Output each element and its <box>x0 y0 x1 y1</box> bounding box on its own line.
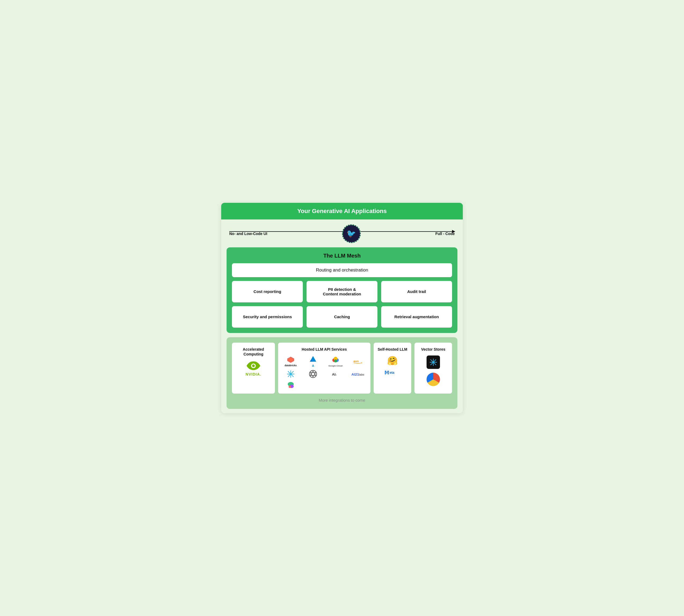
snowflake-vector-icon <box>427 355 440 369</box>
cost-reporting-cell: Cost reporting <box>232 281 303 302</box>
security-permissions-label: Security and permissions <box>243 314 292 319</box>
accelerated-computing-card: Accelerated Computing NVIDIA. <box>232 343 275 394</box>
nvidia-eye-icon <box>245 360 261 371</box>
snowflake-logo <box>281 370 301 378</box>
llm-mesh-title: The LLM Mesh <box>232 253 452 259</box>
pii-detection-cell: PII detection &Content moderation <box>306 281 378 302</box>
pii-detection-label: PII detection &Content moderation <box>323 287 361 296</box>
vector-stores-title: Vector Stores <box>417 347 449 352</box>
hosted-llm-title: Hosted LLM API Services <box>281 347 368 352</box>
hosted-llm-card: Hosted LLM API Services databricks <box>278 343 370 394</box>
vector-store-logos <box>417 355 449 386</box>
snowflake-icon <box>287 370 295 378</box>
self-hosted-llm-title: Self-Hosted LLM <box>376 347 409 352</box>
spectrum-left-label: No- and Low-Code UI <box>229 232 268 236</box>
bird-icon: 🐦 <box>346 229 356 238</box>
more-integrations-text: More integrations to come <box>232 398 452 403</box>
audit-trail-label: Audit trail <box>407 289 426 294</box>
app-title: Your Generative AI Applications <box>297 208 387 214</box>
features-grid: Cost reporting PII detection &Content mo… <box>232 281 452 328</box>
routing-label: Routing and orchestration <box>316 267 368 272</box>
svg-point-30 <box>432 361 434 363</box>
nvidia-logo: NVIDIA. <box>235 360 272 376</box>
aws-logo: aws <box>348 355 368 367</box>
svg-text:eta: eta <box>390 371 394 375</box>
svg-point-15 <box>290 373 292 375</box>
integrations-section: Accelerated Computing NVIDIA. Hosted LLM… <box>227 337 457 409</box>
snowflake-vector-svg <box>429 358 437 366</box>
spectrum-row: No- and Low-Code UI 🐦 Full - Code <box>221 219 463 243</box>
cohere-icon <box>286 381 295 389</box>
databricks-logo: databricks <box>281 355 301 367</box>
cost-reporting-label: Cost reporting <box>253 289 281 294</box>
svg-text:aws: aws <box>353 359 359 363</box>
security-permissions-cell: Security and permissions <box>232 306 303 328</box>
self-hosted-llm-card: Self-Hosted LLM 🤗 𝕄 eta <box>374 343 411 394</box>
svg-text:labs: labs <box>359 373 364 376</box>
cohere-logo <box>281 381 301 389</box>
accelerated-computing-title: Accelerated Computing <box>235 347 272 356</box>
routing-orchestration-card: Routing and orchestration <box>232 263 452 277</box>
google-cloud-logo: Google Cloud <box>326 355 345 367</box>
anthropic-icon: AI ∧ <box>332 370 340 378</box>
svg-point-8 <box>334 359 337 362</box>
retrieval-augmentation-label: Retrieval augmentation <box>394 314 439 319</box>
caching-label: Caching <box>334 314 350 319</box>
ai21labs-logo: AI21 labs <box>348 370 368 378</box>
svg-point-23 <box>288 386 291 388</box>
top-banner: Your Generative AI Applications <box>221 203 463 219</box>
svg-text:∧: ∧ <box>335 374 337 376</box>
svg-text:𝕄: 𝕄 <box>384 370 389 375</box>
retrieval-augmentation-cell: Retrieval augmentation <box>381 306 452 328</box>
databricks-icon <box>287 356 295 363</box>
anthropic-logo: AI ∧ <box>326 370 345 378</box>
meta-icon: 𝕄 eta <box>384 368 401 376</box>
nvidia-text: NVIDIA. <box>245 372 261 376</box>
bird-logo: 🐦 <box>342 224 361 243</box>
azure-icon <box>309 355 317 363</box>
aws-icon: aws <box>353 358 363 365</box>
vector-stores-card: Vector Stores <box>414 343 452 394</box>
azure-logo: A <box>303 355 323 367</box>
hosted-llm-logos: databricks A <box>281 355 368 389</box>
weaviate-icon <box>427 373 440 386</box>
integrations-grid: Accelerated Computing NVIDIA. Hosted LLM… <box>232 343 452 394</box>
openai-icon <box>309 370 317 378</box>
svg-text:AI21: AI21 <box>351 372 359 376</box>
openai-logo <box>303 370 323 378</box>
google-cloud-icon <box>331 356 340 364</box>
self-hosted-logos: 🤗 𝕄 eta <box>376 355 409 376</box>
ai21labs-icon: AI21 labs <box>351 371 364 377</box>
llm-mesh-section: The LLM Mesh Routing and orchestration C… <box>227 247 457 333</box>
svg-marker-10 <box>361 362 362 364</box>
audit-trail-cell: Audit trail <box>381 281 452 302</box>
ollama-icon: 🤗 <box>387 355 398 366</box>
svg-point-1 <box>252 365 255 367</box>
main-container: Your Generative AI Applications No- and … <box>221 203 463 413</box>
caching-cell: Caching <box>306 306 378 328</box>
